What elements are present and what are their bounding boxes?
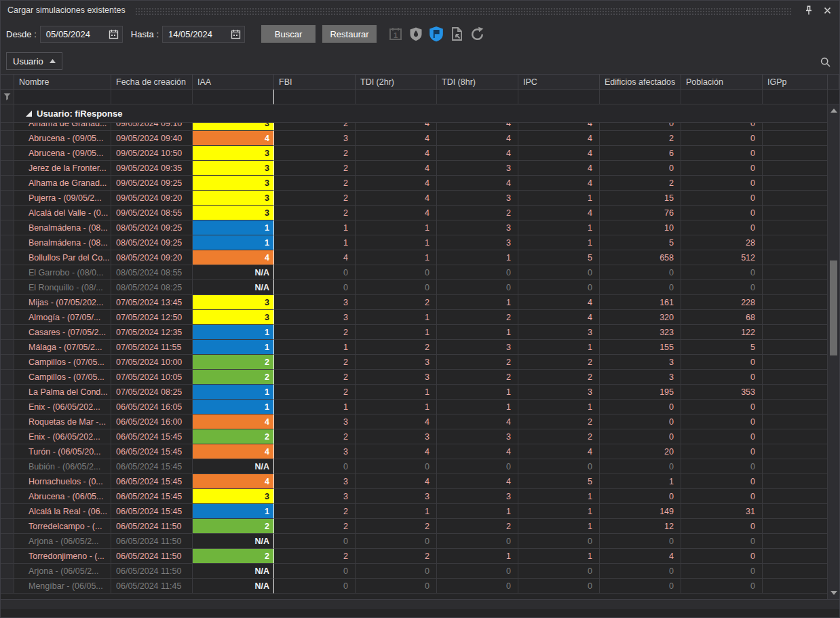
panel-cargar-simulaciones: Cargar simulaciones existentes Desde : 0… bbox=[0, 0, 840, 618]
table-row[interactable]: La Palma del Cond...07/05/2024 08:251211… bbox=[1, 385, 839, 400]
restaurar-button[interactable]: Restaurar bbox=[322, 25, 377, 43]
value-cell-tdi-2hr: 1 bbox=[356, 235, 437, 250]
row-date-cell: 06/05/2024 15:45 bbox=[111, 429, 193, 444]
filter-cell-tdi-8hr[interactable] bbox=[437, 90, 518, 104]
table-row[interactable]: Abrucena - (06/05...06/05/2024 15:453333… bbox=[1, 489, 839, 504]
table-row[interactable]: Mengíbar - (06/05...06/05/2024 11:45N/A0… bbox=[1, 579, 839, 594]
table-row[interactable]: Almogía - (07/05/...07/05/2024 12:503312… bbox=[1, 310, 839, 325]
table-row[interactable]: Benalmádena - (08...08/05/2024 09:251113… bbox=[1, 235, 839, 250]
shield-flag-icon[interactable] bbox=[427, 25, 445, 43]
column-header-nombre[interactable]: Nombre bbox=[14, 75, 111, 90]
column-header-iaa[interactable]: IAA bbox=[193, 75, 274, 90]
refresh-icon[interactable] bbox=[468, 25, 486, 43]
table-row[interactable]: Benalmádena - (08...08/05/2024 09:251113… bbox=[1, 220, 839, 235]
table-row[interactable]: Pujerra - (09/05/2...09/05/2024 09:20324… bbox=[1, 191, 839, 206]
calendar-icon[interactable] bbox=[231, 29, 241, 39]
value-cell-tdi-8hr: 3 bbox=[437, 191, 518, 206]
column-header-igpp[interactable]: IGPp bbox=[763, 75, 828, 90]
table-row[interactable]: El Ronquillo - (08/...08/05/2024 08:25N/… bbox=[1, 280, 839, 295]
table-row[interactable]: Alcalá del Valle - (0...09/05/2024 08:55… bbox=[1, 206, 839, 220]
value-cell-igpp bbox=[763, 474, 828, 489]
horizontal-scrollbar-track[interactable] bbox=[1, 599, 839, 609]
table-row[interactable]: Alhama de Granad...09/05/2024 09:1032444… bbox=[1, 123, 839, 131]
filter-cell-poblacion[interactable] bbox=[681, 90, 763, 104]
filter-cell-tdi-2hr[interactable] bbox=[356, 90, 437, 104]
calendar-day-icon[interactable]: 1 bbox=[387, 25, 404, 43]
value-cell-tdi-8hr: 4 bbox=[437, 474, 518, 489]
scroll-up-icon[interactable] bbox=[828, 106, 839, 115]
table-row[interactable]: Abrucena - (09/05...09/05/2024 09:404344… bbox=[1, 131, 839, 146]
desde-date-input[interactable]: 05/05/2024 bbox=[40, 26, 123, 43]
value-cell-tdi-2hr: 4 bbox=[356, 146, 437, 161]
table-row[interactable]: Torredonjimeno - (...06/05/2024 11:50222… bbox=[1, 549, 839, 564]
column-header-fecha-de-creacion[interactable]: Fecha de creación bbox=[111, 75, 193, 90]
hasta-date-input[interactable]: 14/05/2024 bbox=[162, 26, 245, 43]
filter-cell-igpp[interactable] bbox=[763, 90, 828, 104]
table-row[interactable]: Mijas - (07/05/202...07/05/2024 13:45332… bbox=[1, 295, 839, 310]
table-row[interactable]: Jerez de la Fronter...09/05/2024 09:3532… bbox=[1, 161, 839, 176]
row-indicator-cell bbox=[1, 191, 14, 206]
value-cell-igpp bbox=[763, 250, 828, 265]
filter-cell-nombre[interactable] bbox=[14, 90, 111, 104]
value-cell-ipc: 0 bbox=[518, 579, 600, 594]
calendar-icon[interactable] bbox=[109, 29, 119, 39]
column-header-edificios-afectados[interactable]: Edificios afectados bbox=[600, 75, 681, 90]
scroll-down-icon[interactable] bbox=[828, 588, 839, 598]
close-icon[interactable] bbox=[821, 5, 834, 16]
table-row[interactable]: Enix - (06/05/202...06/05/2024 16:051111… bbox=[1, 400, 839, 414]
column-header-poblacion[interactable]: Población bbox=[681, 75, 763, 90]
vertical-scrollbar[interactable] bbox=[827, 104, 839, 599]
table-row[interactable]: Hornachuelos - (0...06/05/2024 15:454344… bbox=[1, 474, 839, 489]
search-icon[interactable] bbox=[818, 55, 833, 71]
value-cell-tdi-2hr: 4 bbox=[356, 444, 437, 459]
filter-cell-fecha-de-creacion[interactable] bbox=[111, 90, 193, 104]
shield-drop-icon[interactable] bbox=[407, 25, 425, 43]
iaa-cell: N/A bbox=[193, 579, 274, 594]
value-cell-tdi-8hr: 0 bbox=[437, 280, 518, 295]
table-row[interactable]: Abrucena - (09/05...09/05/2024 10:503244… bbox=[1, 146, 839, 161]
value-cell-ipc: 0 bbox=[518, 265, 600, 280]
table-row[interactable]: Torredelcampo - (...06/05/2024 11:502222… bbox=[1, 519, 839, 534]
value-cell-tdi-2hr: 3 bbox=[356, 429, 437, 444]
table-row[interactable]: Málaga - (07/05/2...07/05/2024 11:551123… bbox=[1, 340, 839, 355]
table-row[interactable]: Enix - (06/05/202...06/05/2024 15:452233… bbox=[1, 429, 839, 444]
row-name-cell: El Ronquillo - (08/... bbox=[14, 280, 111, 295]
scrollbar-thumb[interactable] bbox=[830, 260, 837, 355]
table-row[interactable]: Alhama de Granad...09/05/2024 09:2532444… bbox=[1, 176, 839, 191]
table-row[interactable]: Campillos - (07/05...07/05/2024 10:05223… bbox=[1, 370, 839, 385]
table-row[interactable]: Bubión - (06/05/2...06/05/2024 15:45N/A0… bbox=[1, 459, 839, 474]
table-row[interactable]: El Garrobo - (08/0...08/05/2024 08:55N/A… bbox=[1, 265, 839, 280]
table-row[interactable]: Casares - (07/05/2...07/05/2024 12:35121… bbox=[1, 325, 839, 340]
column-header-tdi-2hr[interactable]: TDI (2hr) bbox=[356, 75, 437, 90]
iaa-cell: 2 bbox=[193, 549, 274, 564]
iaa-cell: 3 bbox=[193, 176, 274, 191]
filter-cell-fbi[interactable] bbox=[274, 90, 356, 104]
value-cell-ipc: 4 bbox=[518, 146, 600, 161]
column-header-tdi-8hr[interactable]: TDI (8hr) bbox=[437, 75, 518, 90]
table-row[interactable]: Alcalá la Real - (06...06/05/2024 15:451… bbox=[1, 504, 839, 519]
group-expand-icon[interactable] bbox=[26, 111, 32, 117]
pin-icon[interactable] bbox=[802, 4, 816, 17]
table-row[interactable]: Turón - (06/05/20...06/05/2024 15:454344… bbox=[1, 444, 839, 459]
table-row[interactable]: Bollullos Par del Co...08/05/2024 09:204… bbox=[1, 250, 839, 265]
row-name-cell: Hornachuelos - (0... bbox=[14, 474, 111, 489]
table-row[interactable]: Arjona - (06/05/2...06/05/2024 11:50N/A0… bbox=[1, 564, 839, 579]
table-row[interactable]: Roquetas de Mar -...06/05/2024 16:004344… bbox=[1, 414, 839, 429]
file-restore-icon[interactable] bbox=[448, 25, 465, 43]
filter-cell-iaa[interactable] bbox=[193, 90, 274, 104]
value-cell-tdi-2hr: 4 bbox=[356, 206, 437, 220]
buscar-button[interactable]: Buscar bbox=[261, 25, 316, 43]
filter-cell-edificios-afectados[interactable] bbox=[600, 90, 681, 104]
group-row-usuario[interactable]: Usuario: fiResponse bbox=[1, 104, 839, 123]
row-date-cell: 06/05/2024 11:50 bbox=[111, 564, 193, 579]
column-header-ipc[interactable]: IPC bbox=[518, 75, 600, 90]
row-date-cell: 06/05/2024 15:45 bbox=[111, 504, 193, 519]
value-cell-fbi: 2 bbox=[274, 325, 356, 340]
row-indicator-cell bbox=[1, 519, 14, 534]
iaa-cell: N/A bbox=[193, 534, 274, 549]
table-row[interactable]: Campillos - (07/05...07/05/2024 10:00223… bbox=[1, 355, 839, 370]
column-header-fbi[interactable]: FBI bbox=[274, 75, 356, 90]
table-row[interactable]: Arjona - (06/05/2...06/05/2024 11:50N/A0… bbox=[1, 534, 839, 549]
group-by-usuario-chip[interactable]: Usuario bbox=[6, 52, 62, 70]
filter-cell-ipc[interactable] bbox=[518, 90, 600, 104]
